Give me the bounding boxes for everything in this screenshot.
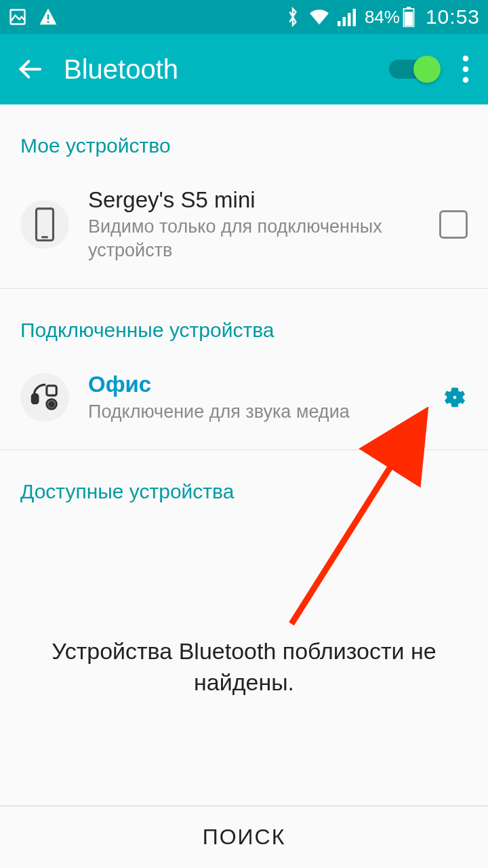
- bluetooth-icon: [285, 7, 301, 27]
- section-header-paired: Подключенные устройства: [0, 289, 488, 357]
- svg-rect-1: [47, 14, 49, 20]
- app-bar: Bluetooth: [0, 34, 488, 104]
- section-header-available: Доступные устройства: [0, 450, 488, 518]
- device-settings-button[interactable]: [442, 384, 468, 410]
- svg-point-12: [463, 66, 469, 73]
- paired-device-sub: Подключение для звука медиа: [88, 400, 434, 424]
- page-title: Bluetooth: [64, 54, 389, 85]
- signal-icon: [338, 7, 358, 26]
- search-label: ПОИСК: [203, 825, 286, 850]
- svg-rect-3: [338, 21, 341, 26]
- paired-device-row[interactable]: Офис Подключение для звука медиа: [0, 357, 488, 437]
- svg-rect-9: [405, 12, 413, 26]
- svg-rect-17: [47, 385, 56, 395]
- section-header-my-device: Мое устройство: [0, 104, 488, 172]
- my-device-sub: Видимо только для подключенных устройств: [88, 215, 431, 262]
- svg-point-11: [463, 56, 469, 62]
- back-button[interactable]: [16, 56, 43, 83]
- my-device-row[interactable]: Sergey's S5 mini Видимо только для подкл…: [0, 172, 488, 276]
- svg-rect-4: [342, 17, 346, 26]
- warning-icon: [38, 7, 58, 27]
- battery-percentage: 84%: [365, 7, 400, 28]
- svg-rect-6: [352, 9, 356, 26]
- svg-point-19: [49, 401, 54, 406]
- my-device-name: Sergey's S5 mini: [88, 186, 431, 214]
- image-icon: [8, 7, 27, 26]
- clock: 10:53: [426, 5, 480, 28]
- visibility-checkbox[interactable]: [439, 210, 468, 239]
- arrow-annotation: [271, 407, 447, 631]
- svg-rect-14: [37, 208, 54, 240]
- bluetooth-toggle[interactable]: [389, 60, 436, 79]
- battery-icon: [403, 7, 415, 27]
- headset-icon: [20, 373, 69, 422]
- empty-state-message: Устройства Bluetooth поблизости не найде…: [0, 636, 488, 698]
- phone-icon: [20, 200, 69, 249]
- svg-rect-5: [348, 13, 351, 26]
- svg-point-13: [463, 77, 469, 83]
- more-button[interactable]: [457, 56, 474, 83]
- wifi-icon: [308, 7, 331, 26]
- svg-rect-16: [32, 394, 38, 403]
- status-bar: 84% 10:53: [0, 0, 488, 34]
- search-button[interactable]: ПОИСК: [0, 806, 488, 868]
- svg-rect-2: [47, 21, 49, 23]
- paired-device-name: Офис: [88, 370, 434, 398]
